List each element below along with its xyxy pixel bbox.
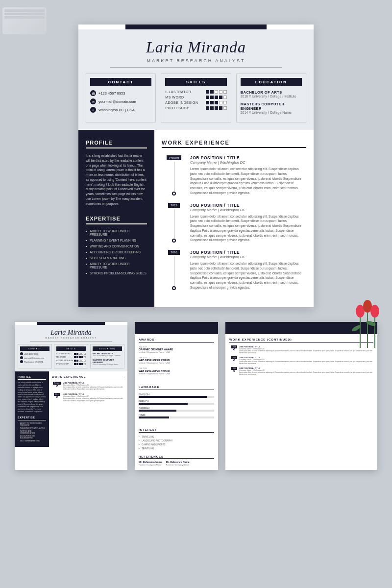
dot [210, 90, 214, 94]
thumb-skill-dots [74, 356, 86, 358]
degree-title: BACHELOR OF ARTS [241, 90, 302, 95]
thumb-skill: PHOTOSHOP [56, 363, 86, 365]
p2r-desc: Lorem ipsum dolor sit amet, consectetur … [239, 350, 373, 354]
skill-dots [206, 96, 227, 99]
work-details: JOB POSITION / TITLE Company Name | Wash… [186, 250, 306, 290]
thumb-skills-col: SKILLS ILLUSTRATOR MS WORD [54, 344, 88, 368]
thumb-exp-item: ACCOUNTING OR BOOKKEEPING [18, 435, 46, 439]
thumb-skill-name: ADOBE INDESIGN [56, 359, 73, 362]
work-description: Lorem ipsum dolor sit amet, consectetur … [190, 214, 306, 243]
thumb-work-details: JOB POSITION / TITLE Company Name | Wash… [62, 393, 124, 401]
p2r-work-3: 2010 JOB POSITION / TITLE Company Name |… [229, 367, 373, 375]
dot [210, 101, 214, 104]
thumb-skills-header: SKILLS [56, 346, 86, 351]
timeline-line [174, 256, 174, 287]
email-item: ✉ yourmail@domain.com [90, 98, 151, 104]
thumb-info: CONTACT +123 4567 8953 yourmail@domain.c… [15, 344, 127, 371]
thumb-main: WORK EXPERIENCE Present JOB POSITION / T… [49, 371, 127, 447]
email-address: yourmail@domain.com [98, 99, 136, 104]
dot [219, 96, 222, 99]
references-list: Mr. Reference Name Position / Company Na… [139, 461, 214, 466]
page2-left: Laria Miranda MARKET RESEARCH ANALYST CO… [15, 322, 127, 470]
lang-hindi: HINDI [139, 414, 214, 418]
thumb-contact-col: CONTACT +123 4567 8953 yourmail@domain.c… [18, 344, 52, 368]
thumb-edu-2: MASTERS COMPUTER ENGINEER 2014 // Univer… [93, 359, 122, 366]
thumb-dot [56, 396, 58, 398]
page-wrapper: Laria Miranda MARKET RESEARCH ANALYST CO… [0, 0, 392, 480]
thumb-work-1: Present JOB POSITION / TITLE Company Nam… [52, 382, 124, 390]
ref-detail: Position / Company Name [166, 464, 190, 466]
p2r-timeline: 2010 [229, 367, 239, 375]
ref-1: Mr. Reference Name Position / Company Na… [139, 461, 162, 466]
award-org: Institute / Organization Name / USA [139, 362, 214, 364]
skill-dots [206, 90, 227, 94]
lang-fill [139, 410, 176, 412]
thumb-email-text: yourmail@domain.com [24, 357, 44, 359]
lang-fill [139, 396, 207, 398]
company-name: Company Name | Washington DC [190, 255, 306, 259]
interest-item: TRAVELING [139, 447, 214, 450]
thumb-edu-header: EDUCATION [93, 346, 122, 351]
header-divider [110, 67, 282, 68]
thumb-skill-name: PHOTOSHOP [56, 363, 69, 365]
work-item-1: Present JOB POSITION / TITLE Company Nam… [162, 155, 306, 196]
thumb-timeline: 2015 [52, 393, 62, 401]
thumb-skill-name: MS WORD [56, 356, 66, 358]
job-title: JOB POSITION / TITLE [190, 203, 306, 208]
lang-french: FRENCH [139, 400, 214, 405]
work-timeline: 2010 [162, 250, 186, 290]
interest-title: INTEREST [139, 428, 214, 433]
expertise-title: EXPERTISE [86, 216, 147, 224]
p2r-work-2: 2015 JOB POSITION / TITLE Company Name |… [229, 356, 373, 365]
resume-name: Laria Miranda [88, 38, 304, 56]
expertise-item: PLANNING / EVENT PLANNING [86, 239, 147, 242]
degree-year: 2016 // University / College / Institute [241, 95, 302, 98]
thumb-location-text: Washington DC | USA [24, 361, 43, 363]
timeline-line [174, 162, 174, 193]
p2r-timeline: 2016 [229, 345, 239, 354]
lang-fill [139, 403, 188, 405]
p2r-desc: Lorem ipsum dolor sit amet, consectetur … [239, 371, 373, 375]
skill-dots [206, 101, 227, 104]
thumb-profile-text: It is a long established fact that a rea… [18, 382, 46, 413]
thumb-skill: MS WORD [56, 356, 86, 358]
lang-german: GERMAN [139, 407, 214, 412]
skill-illustrator: ILLUSTRATOR [165, 90, 226, 94]
thumb-skill-name: ILLUSTRATOR [56, 352, 70, 355]
skill-name: MS WORD [165, 96, 184, 99]
dot [210, 106, 214, 110]
awards-section: AWARDS July 2017 GRAPHIC DESIGNER AWARD … [135, 334, 218, 382]
company-name: Company Name | Washington DC [190, 208, 306, 212]
sidebar: PROFILE It is a long established fact th… [78, 130, 154, 307]
thumb-edu-1: BACHELOR OF ARTS 2016 // University / Co… [93, 352, 122, 357]
interest-section: INTEREST TRAVELING LANDSCAPE PHOTOGRAPHY… [135, 424, 218, 455]
p2r-dot [233, 370, 235, 372]
work-item-3: 2010 JOB POSITION / TITLE Company Name |… [162, 250, 306, 290]
dot [219, 90, 222, 94]
thumb-dot [56, 385, 58, 387]
thumb-work-title: WORK EXPERIENCE [52, 375, 124, 379]
keyboard-decoration [2, 7, 47, 34]
dot [223, 96, 227, 99]
timeline-line [174, 209, 174, 240]
thumb-exp-item: SEO / SEM MARKETING [18, 440, 46, 442]
resume-page-1: Laria Miranda MARKET RESEARCH ANALYST CO… [78, 24, 314, 307]
thumb-email: yourmail@domain.com [20, 356, 49, 359]
company-name: Company Name | Washington DC [190, 160, 306, 165]
dot [223, 90, 227, 94]
p2r-badge: 2016 [231, 345, 238, 348]
thumb-year: 2016 // University / College / Institute [93, 355, 122, 357]
thumb-phone: +123 4567 8953 [20, 352, 49, 355]
work-badge: 2015 [168, 203, 179, 208]
svg-point-7 [370, 305, 379, 318]
email-icon: ✉ [90, 98, 96, 104]
thumb-desc: Lorem ipsum dolor sit amet, consectetur … [63, 397, 124, 401]
timeline-dot [172, 192, 176, 196]
lang-english: ENGLISH [139, 393, 214, 398]
profile-text: It is a long established fact that a rea… [86, 153, 147, 206]
location-item: ⌂ Washington DC | USA [90, 107, 151, 113]
ref-name: Mr. Reference Name [166, 461, 190, 464]
thumb-expertise-title: EXPERTISE [18, 416, 46, 420]
contact-column: CONTACT ☎ +123 4567 8953 ✉ yourmail@doma… [86, 74, 156, 122]
p2r-dot [233, 348, 235, 350]
